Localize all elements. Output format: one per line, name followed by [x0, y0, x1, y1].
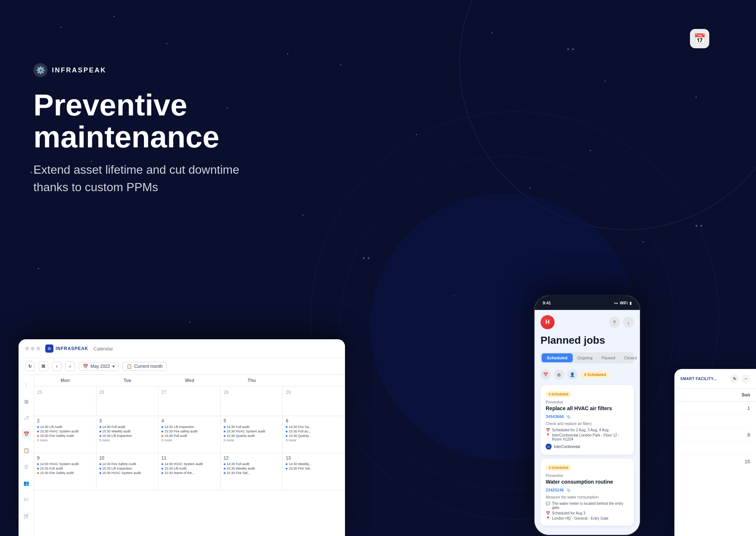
logo-row: ⚙️ INFRASPEAK: [33, 63, 300, 77]
card2-desc: Measure the water consumption: [546, 495, 629, 499]
card1-id-row: 34543666 📎: [546, 414, 629, 419]
current-month-label: Current month: [134, 364, 163, 369]
card1-org: IC InterContinental: [546, 444, 629, 450]
card2-title: Water consumption routine: [546, 479, 629, 485]
card1-id-icon: 📎: [566, 415, 571, 419]
cell-10[interactable]: 10 14:30 Fire Safety Audit 15:30 Lift in…: [96, 453, 159, 490]
download-btn[interactable]: ↓: [623, 317, 634, 328]
nav-people-icon[interactable]: 👥: [22, 478, 31, 488]
cell-28[interactable]: 28: [221, 386, 283, 416]
week-row-1: 25 26 27 28 29: [34, 386, 345, 416]
cell-27[interactable]: 27: [158, 386, 221, 416]
filter-icon-1[interactable]: 📅: [540, 369, 551, 380]
prev-btn[interactable]: ‹: [52, 362, 62, 371]
card1-desc: Check and replace air filters: [546, 422, 629, 426]
cell-5[interactable]: 5 14:30 Full audit 15:30 HVAC System aud…: [221, 416, 283, 453]
job-card-1[interactable]: 0 Scheduled Preventive Replace all HVAC …: [540, 385, 634, 455]
status-icons: ▪▪▪ WiFi ▮: [614, 301, 632, 305]
wifi-icon: WiFi: [620, 301, 628, 305]
phone-page-title: Planned jobs: [540, 334, 634, 346]
calendar-logo: ⚙ INFRASPEAK: [45, 344, 88, 353]
right-day-header: Sun: [674, 389, 756, 402]
month-label: May 2022: [91, 364, 110, 369]
nav-list-icon[interactable]: ☰: [22, 462, 31, 471]
right-brand: SMART FACILITY...: [680, 377, 717, 381]
current-month-btn[interactable]: 📋 Current month: [122, 362, 167, 371]
calendar-mockup: ⚙ INFRASPEAK Calendar ↻ ⌘ ‹ › 📅 May 2022…: [19, 339, 345, 536]
location-icon2: 📍: [546, 516, 550, 520]
tab-scheduled[interactable]: Scheduled: [542, 353, 573, 362]
card1-title: Replace all HVAC air filters: [546, 405, 629, 411]
nav-clipboard-icon[interactable]: 📋: [22, 445, 31, 455]
location-icon: 📍: [546, 433, 550, 437]
card1-badge: 0 Scheduled: [546, 391, 571, 397]
day-header-tue: Tue: [96, 375, 159, 386]
cell-12[interactable]: 12 14:30 Full audit 15:30 Weekly audit 1…: [221, 453, 283, 490]
filter-btn[interactable]: ⌘: [39, 362, 48, 371]
right-date-empty-2[interactable]: [680, 442, 750, 455]
card1-scheduled: 📅 Scheduled for 2 Aug, 3 Aug, 4 Aug: [546, 428, 629, 432]
nav-tag-icon[interactable]: 🏷: [22, 494, 31, 504]
cell-6[interactable]: 6 14:30 Fire Sa... 15:30 Full au... 15:3…: [283, 416, 345, 453]
calendar-nav: ↻ ⌘ ‹ › 📅 May 2022 ▾ 📋 Current month: [19, 358, 345, 375]
right-dates: 1 8 15: [674, 402, 756, 468]
days-header: Mon Tue Wed Thu: [34, 375, 345, 386]
refresh-btn-right[interactable]: ↻: [730, 374, 739, 383]
filter-icon-3[interactable]: 👤: [567, 369, 578, 380]
right-nav-btns: ↻ →: [730, 374, 750, 383]
cell-25[interactable]: 25: [34, 386, 96, 416]
day-header-mon: Mon: [34, 375, 96, 386]
cal-left-sidebar: ⋮ ▦ ⎇ 📅 📋 ☰ 👥 🏷 🛒: [19, 375, 34, 535]
refresh-btn[interactable]: ↻: [25, 362, 35, 371]
cell-26[interactable]: 26: [96, 386, 159, 416]
tab-paused[interactable]: Paused: [597, 353, 619, 362]
tab-ongoing[interactable]: Ongoing: [573, 353, 597, 362]
next-btn[interactable]: ›: [65, 362, 75, 371]
job-card-2[interactable]: 0 Scheduled Preventive Water consumption…: [540, 458, 634, 526]
day-header-thu: Thu: [221, 375, 283, 386]
help-btn[interactable]: ?: [609, 317, 620, 328]
cell-11[interactable]: 11 14:30 HVAC System audit 15:30 Lift Au…: [158, 453, 221, 490]
cell-2[interactable]: 2 14:30 Lift Audit 15:30 HVAC System aud…: [34, 416, 96, 453]
cal-title-label: Calendar: [93, 346, 113, 352]
cell-29[interactable]: 29: [283, 386, 345, 416]
day-header-fri: [283, 375, 345, 386]
calendar-icon-top-right: 📅: [690, 29, 709, 48]
time: 9:41: [543, 301, 551, 305]
hero-subtitle: Extend asset lifetime and cut downtime t…: [33, 161, 256, 196]
info-icon: 💬: [546, 501, 550, 506]
nav-branch-icon[interactable]: ⎇: [22, 413, 31, 422]
forward-btn-right[interactable]: →: [741, 374, 750, 383]
cal-meta-icon2: 📅: [546, 511, 550, 515]
signal-icon: ▪▪▪: [614, 301, 618, 305]
day-header-wed: Wed: [158, 375, 221, 386]
cal-meta-icon: 📅: [546, 428, 550, 432]
cell-13[interactable]: 13 14:30 Weekly... 15:30 Fire Saf...: [283, 453, 345, 490]
card2-badge: 0 Scheduled: [546, 465, 571, 471]
nav-calendar-icon[interactable]: 📅: [22, 429, 31, 439]
cell-9[interactable]: 9 14:30 HVAC System audit 15:30 Full aud…: [34, 453, 96, 490]
calendar-body: ⋮ ▦ ⎇ 📅 📋 ☰ 👥 🏷 🛒 Mon Tue Wed Thu 25: [19, 375, 345, 535]
phone-content: H ? ↓ Planned jobs Scheduled Ongoing Pau…: [535, 310, 640, 535]
nav-grid-icon[interactable]: ⋮: [22, 380, 31, 390]
nav-apps-icon[interactable]: ▦: [22, 396, 31, 406]
card1-id: 34543666: [546, 414, 564, 419]
cell-3[interactable]: 3 14:30 Full audit 15:30 Weekly audit 15…: [96, 416, 159, 453]
cell-4[interactable]: 4 14:30 Lift inspection 15:30 Fire safet…: [158, 416, 221, 453]
card2-scheduled: 📅 Scheduled for Aug 3: [546, 511, 629, 515]
right-date-8[interactable]: 8: [680, 428, 750, 442]
phone-header-row: H ? ↓: [540, 315, 634, 329]
tab-closed[interactable]: Closed: [620, 353, 640, 362]
nav-cart-icon[interactable]: 🛒: [22, 511, 31, 520]
right-date-1[interactable]: 1: [680, 402, 750, 415]
month-selector[interactable]: 📅 May 2022 ▾: [79, 362, 119, 371]
filter-icon-2[interactable]: ◎: [554, 369, 564, 380]
right-date-15[interactable]: 15: [680, 455, 750, 468]
cal-brand: INFRASPEAK: [56, 346, 88, 351]
dropdown-arrow: ▾: [112, 364, 115, 369]
card1-category: Preventive: [546, 400, 629, 404]
right-date-empty-1[interactable]: [680, 415, 750, 428]
card2-id-row: 23425246 📎: [546, 488, 629, 492]
phone-action-btns: ? ↓: [609, 317, 634, 328]
calendar-grid: Mon Tue Wed Thu 25 26 27 28 29 2 14:30 L…: [34, 375, 345, 535]
